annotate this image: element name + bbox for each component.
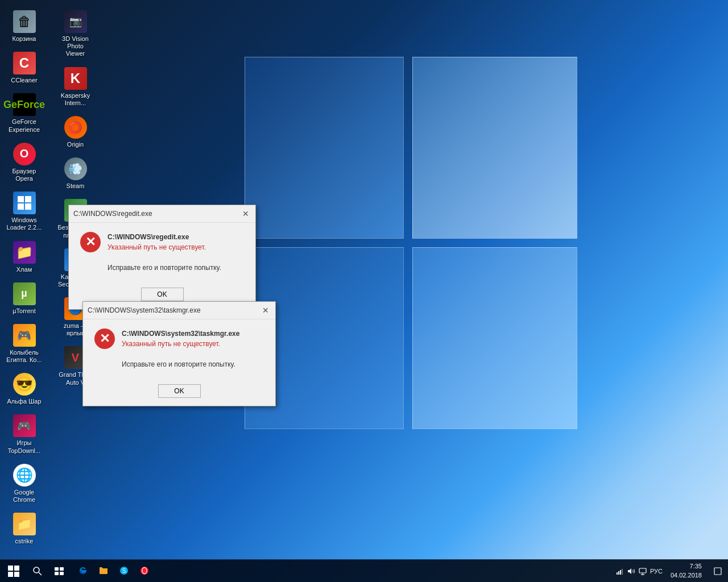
search-icon bbox=[33, 567, 42, 576]
icon-geforce-label: GeForce Experience bbox=[6, 118, 43, 133]
dialog-regedit-ok[interactable]: OK bbox=[141, 288, 184, 301]
dialog-regedit-path: C:\WINDOWS\regedit.exe bbox=[107, 232, 221, 242]
svg-rect-11 bbox=[617, 572, 618, 575]
dialog-taskmgr-ok[interactable]: OK bbox=[158, 384, 201, 398]
chrome-icon: 🌐 bbox=[13, 464, 36, 487]
icon-steam[interactable]: 💨 Steam bbox=[54, 153, 97, 194]
cstrike-icon: 📁 bbox=[13, 513, 36, 535]
taskbar-time: 7:35 bbox=[671, 562, 702, 571]
start-button[interactable] bbox=[0, 560, 27, 583]
windows-logo-bg bbox=[245, 57, 643, 483]
taskbar-tray: РУС bbox=[614, 567, 665, 575]
taskbar-apps: S bbox=[71, 561, 614, 581]
icon-opera-label: Браузер Opera bbox=[6, 168, 43, 182]
svg-rect-12 bbox=[618, 571, 619, 575]
taskbar-edge[interactable] bbox=[73, 561, 93, 581]
taskbar-search-button[interactable] bbox=[27, 560, 48, 583]
taskbar-clock[interactable]: 7:35 04.02.2018 bbox=[665, 562, 708, 580]
opera-browser-icon: O bbox=[13, 143, 36, 165]
egypt-icon: 🎮 bbox=[13, 324, 36, 347]
dialog-taskmgr-error1: Указанный путь не существует. bbox=[122, 339, 239, 349]
notification-center-button[interactable] bbox=[708, 560, 728, 583]
icon-steam-label: Steam bbox=[67, 182, 85, 190]
svg-line-1 bbox=[39, 572, 42, 575]
taskbar-skype[interactable]: S bbox=[114, 561, 134, 581]
dialog-regedit-close[interactable]: ✕ bbox=[241, 209, 251, 219]
taskbar-lang: РУС bbox=[650, 568, 663, 575]
icon-3dvision[interactable]: 📷 3D Vision Photo Viewer bbox=[54, 6, 97, 63]
svg-point-0 bbox=[34, 567, 39, 573]
task-view-button[interactable] bbox=[48, 560, 71, 583]
explorer-icon bbox=[99, 566, 108, 575]
icon-egypt-label: Колыбель Египта. Ко... bbox=[6, 349, 43, 364]
volume-icon[interactable] bbox=[627, 567, 635, 575]
icon-cstrike-label: cstrike bbox=[15, 538, 34, 545]
icon-chrome[interactable]: 🌐 Google Chrome bbox=[3, 459, 46, 508]
dialog-regedit-titlebar[interactable]: C:\WINDOWS\regedit.exe ✕ bbox=[69, 205, 255, 223]
taskbar: S bbox=[0, 559, 728, 582]
taskbar-explorer[interactable] bbox=[93, 561, 114, 581]
dialog-taskmgr-titlebar[interactable]: C:\WINDOWS\system32\taskmgr.exe ✕ bbox=[83, 302, 275, 319]
dialog-regedit-title: C:\WINDOWS\regedit.exe bbox=[73, 210, 152, 218]
recycle-icon: 🗑 bbox=[13, 10, 36, 33]
dialog-taskmgr-message: C:\WINDOWS\system32\taskmgr.exe Указанны… bbox=[122, 329, 239, 369]
icon-ccleaner-label: CCleaner bbox=[11, 77, 37, 84]
icon-alfaball[interactable]: 😎 Альфа Шар bbox=[3, 368, 46, 410]
dialog-taskmgr-path: C:\WINDOWS\system32\taskmgr.exe bbox=[122, 329, 239, 339]
icon-topdl[interactable]: 🎮 Игры TopDownl... bbox=[3, 410, 46, 459]
icon-origin-label: Origin bbox=[67, 141, 84, 148]
dialog-taskmgr-footer: OK bbox=[83, 379, 275, 406]
icon-ccleaner[interactable]: C CCleaner bbox=[3, 47, 46, 89]
icon-opera-browser[interactable]: O Браузер Opera bbox=[3, 138, 46, 187]
skype-icon: S bbox=[119, 566, 129, 575]
kaspersky-icon: K bbox=[64, 67, 87, 90]
svg-rect-4 bbox=[55, 572, 59, 575]
icon-utorrent[interactable]: µ µTorrent bbox=[3, 278, 46, 319]
task-view-icon bbox=[55, 567, 64, 575]
error-icon-taskmgr: ✕ bbox=[94, 329, 115, 349]
display-icon[interactable] bbox=[639, 567, 647, 575]
dialog-regedit-body: ✕ C:\WINDOWS\regedit.exe Указанный путь … bbox=[69, 223, 255, 282]
dialog-taskmgr: C:\WINDOWS\system32\taskmgr.exe ✕ ✕ C:\W… bbox=[82, 301, 276, 406]
utorrent-icon: µ bbox=[13, 282, 36, 305]
icon-xlam[interactable]: 📁 Хлам bbox=[3, 236, 46, 278]
icon-winloader[interactable]: Windows Loader 2.2... bbox=[3, 187, 46, 236]
notification-icon bbox=[714, 567, 722, 575]
topdl-icon: 🎮 bbox=[13, 414, 36, 437]
dialog-regedit: C:\WINDOWS\regedit.exe ✕ ✕ C:\WINDOWS\re… bbox=[68, 205, 256, 310]
icon-recycle[interactable]: 🗑 Корзина bbox=[3, 6, 46, 47]
svg-rect-19 bbox=[714, 568, 721, 575]
network-icon[interactable] bbox=[616, 567, 624, 575]
icon-recycle-label: Корзина bbox=[13, 35, 36, 43]
icon-kaspersky-label: Kaspersky Intern... bbox=[57, 92, 94, 107]
dialog-regedit-error1: Указанный путь не существует. bbox=[107, 242, 221, 252]
dialog-taskmgr-title: C:\WINDOWS\system32\taskmgr.exe bbox=[88, 306, 201, 314]
dialog-taskmgr-close[interactable]: ✕ bbox=[260, 305, 271, 315]
win-pane-br bbox=[412, 247, 577, 429]
icon-kaspersky[interactable]: K Kaspersky Intern... bbox=[54, 63, 97, 111]
steam-icon: 💨 bbox=[64, 157, 87, 180]
taskbar-date: 04.02.2018 bbox=[671, 571, 702, 580]
svg-rect-2 bbox=[55, 567, 59, 571]
icon-origin[interactable]: ⭕ Origin bbox=[54, 111, 97, 153]
icon-egypt[interactable]: 🎮 Колыбель Египта. Ко... bbox=[3, 319, 46, 368]
opera-taskbar-icon bbox=[140, 566, 149, 575]
win-pane-tr bbox=[412, 57, 577, 239]
icon-chrome-label: Google Chrome bbox=[6, 489, 43, 504]
windows-start-icon bbox=[8, 566, 19, 577]
dialog-regedit-message: C:\WINDOWS\regedit.exe Указанный путь не… bbox=[107, 232, 221, 273]
3dvision-icon: 📷 bbox=[64, 10, 87, 33]
svg-rect-14 bbox=[622, 569, 623, 575]
desktop: 🗑 Корзина C CCleaner GeForce GeForce Exp… bbox=[0, 0, 728, 582]
icon-utorrent-label: µTorrent bbox=[13, 307, 36, 315]
icon-geforce[interactable]: GeForce GeForce Experience bbox=[3, 89, 46, 138]
icon-xlam-label: Хлам bbox=[16, 266, 32, 273]
origin-icon: ⭕ bbox=[64, 116, 87, 139]
alfaball-icon: 😎 bbox=[13, 373, 36, 396]
icon-cstrike[interactable]: 📁 cstrike bbox=[3, 508, 46, 550]
dialog-regedit-error2: Исправьте его и повторите попытку. bbox=[107, 263, 221, 273]
dialog-taskmgr-body: ✕ C:\WINDOWS\system32\taskmgr.exe Указан… bbox=[83, 319, 275, 379]
svg-rect-13 bbox=[620, 570, 621, 575]
taskbar-opera[interactable] bbox=[134, 561, 155, 581]
svg-text:S: S bbox=[122, 568, 126, 574]
